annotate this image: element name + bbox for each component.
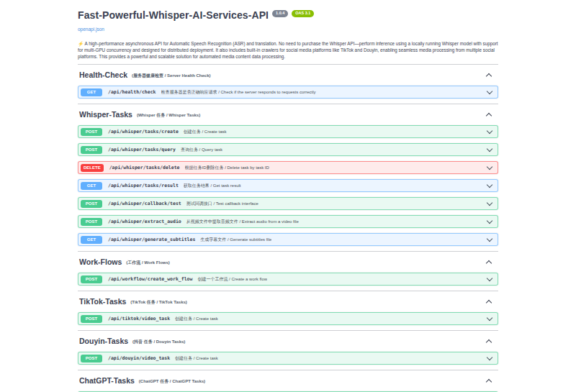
openapi-spec-link[interactable]: openapi.json: [78, 27, 104, 32]
endpoint-row-tiktok-tasks-0[interactable]: POST/api/tiktok/video_task创建任务 / Create …: [78, 312, 498, 325]
api-sections: Health-Check(服务器健康检查 / Server Health Che…: [78, 64, 498, 392]
endpoint-row-whisper-tasks-6[interactable]: GET/api/whisper/generate_subtitles生成字幕文件…: [78, 233, 498, 246]
lightning-icon: ⚡: [78, 41, 84, 46]
collapse-chevron-icon[interactable]: [486, 339, 492, 345]
endpoint-description: 根据任务ID删除任务 / Delete task by task ID: [185, 165, 269, 171]
section-title: TikTok-Tasks: [79, 297, 126, 306]
endpoint-description: 获取任务结果 / Get task result: [184, 183, 241, 189]
swagger-ui-page: Fast-Powerful-Whisper-AI-Services-API 1.…: [78, 0, 498, 392]
method-badge: GET: [81, 182, 102, 190]
method-badge: POST: [81, 128, 102, 136]
endpoint-path: /api/tiktok/video_task: [108, 316, 170, 322]
expand-chevron-icon[interactable]: [487, 275, 492, 281]
api-title-row: Fast-Powerful-Whisper-AI-Services-API 1.…: [78, 9, 498, 21]
endpoint-row-whisper-tasks-3[interactable]: GET/api/whisper/tasks/result获取任务结果 / Get…: [78, 179, 498, 192]
method-badge: GET: [81, 236, 102, 244]
section-header-chatgpt-tasks[interactable]: ChatGPT-Tasks(ChatGPT 任务 / ChatGPT Tasks…: [78, 374, 498, 387]
method-badge: POST: [81, 355, 102, 363]
section-header-douyin-tasks[interactable]: Douyin-Tasks(抖音 任务 / Douyin Tasks): [78, 334, 498, 347]
section-header-work-flows[interactable]: Work-Flows(工作流 / Work Flows): [78, 255, 498, 268]
collapse-chevron-icon[interactable]: [486, 299, 492, 305]
api-section-whisper-tasks: Whisper-Tasks(Whisper 任务 / Whisper Tasks…: [78, 104, 498, 246]
endpoint-path: /api/workflow/create_work_flow: [108, 276, 192, 282]
api-description-text: A high-performance asynchronous API for …: [78, 41, 498, 59]
endpoint-description: 创建一个工作流 / Create a work flow: [197, 276, 267, 283]
page-title: Fast-Powerful-Whisper-AI-Services-API: [78, 9, 269, 21]
section-subtitle: (Whisper 任务 / Whisper Tasks): [137, 112, 200, 119]
section-subtitle: (工作流 / Work Flows): [126, 260, 170, 266]
endpoint-path: /api/douyin/video_task: [108, 355, 170, 361]
collapse-chevron-icon[interactable]: [486, 378, 492, 384]
endpoint-description: 查询任务 / Query task: [181, 147, 222, 153]
endpoint-row-whisper-tasks-5[interactable]: POST/api/whisper/extract_audio从视频文件中提取音频…: [78, 215, 498, 228]
method-badge: POST: [81, 146, 102, 154]
endpoint-path: /api/whisper/tasks/query: [108, 147, 176, 152]
oas-badge: OAS 3.1: [292, 10, 314, 17]
api-section-chatgpt-tasks: ChatGPT-Tasks(ChatGPT 任务 / ChatGPT Tasks…: [78, 370, 498, 392]
expand-chevron-icon[interactable]: [487, 88, 492, 94]
endpoint-path: /api/whisper/callback/test: [108, 201, 181, 206]
section-title: ChatGPT-Tasks: [79, 376, 135, 385]
endpoint-description: 测试回调接口 / Test callback interface: [186, 201, 258, 207]
endpoint-row-whisper-tasks-0[interactable]: POST/api/whisper/tasks/create创建任务 / Crea…: [78, 125, 498, 138]
api-info-block: Fast-Powerful-Whisper-AI-Services-API 1.…: [78, 9, 498, 60]
api-section-tiktok-tasks: TikTok-Tasks(TikTok 任务 / TikTok Tasks)PO…: [78, 291, 498, 325]
section-subtitle: (TikTok 任务 / TikTok Tasks): [130, 299, 186, 306]
endpoint-row-whisper-tasks-1[interactable]: POST/api/whisper/tasks/query查询任务 / Query…: [78, 143, 498, 156]
api-section-health-check: Health-Check(服务器健康检查 / Server Health Che…: [78, 64, 498, 99]
endpoint-row-whisper-tasks-4[interactable]: POST/api/whisper/callback/test测试回调接口 / T…: [78, 197, 498, 210]
section-title: Douyin-Tasks: [79, 337, 128, 345]
endpoint-row-douyin-tasks-0[interactable]: POST/api/douyin/video_task创建任务 / Create …: [78, 352, 498, 365]
collapse-chevron-icon[interactable]: [486, 260, 492, 265]
method-badge: DELETE: [81, 164, 104, 172]
section-title: Work-Flows: [79, 257, 122, 266]
section-header-tiktok-tasks[interactable]: TikTok-Tasks(TikTok 任务 / TikTok Tasks): [78, 295, 498, 308]
section-subtitle: (服务器健康检查 / Server Health Check): [132, 73, 210, 79]
section-subtitle: (抖音 任务 / Douyin Tasks): [132, 339, 185, 345]
endpoint-description: 检查服务器是否正确响应请求 / Check if the server resp…: [161, 89, 316, 96]
endpoint-description: 从视频文件中提取音频文件 / Extract audio from a vide…: [186, 219, 299, 225]
endpoint-row-health-check-0[interactable]: GET/api/health/check检查服务器是否正确响应请求 / Chec…: [78, 86, 498, 99]
method-badge: GET: [81, 88, 102, 96]
endpoint-description: 生成字幕文件 / Generate subtitles file: [200, 237, 271, 243]
expand-chevron-icon[interactable]: [487, 355, 492, 360]
endpoint-description: 创建任务 / Create task: [175, 355, 218, 362]
expand-chevron-icon[interactable]: [487, 128, 492, 134]
endpoint-path: /api/whisper/extract_audio: [108, 219, 181, 224]
expand-chevron-icon[interactable]: [487, 218, 492, 224]
api-section-work-flows: Work-Flows(工作流 / Work Flows)POST/api/wor…: [78, 251, 498, 286]
endpoint-path: /api/whisper/tasks/delete: [109, 165, 180, 170]
api-description: ⚡ A high-performance asynchronous API fo…: [78, 40, 498, 60]
section-subtitle: (ChatGPT 任务 / ChatGPT Tasks): [139, 378, 205, 385]
method-badge: POST: [81, 315, 102, 323]
expand-chevron-icon[interactable]: [487, 164, 492, 170]
endpoint-row-whisper-tasks-2[interactable]: DELETE/api/whisper/tasks/delete根据任务ID删除任…: [78, 161, 498, 174]
expand-chevron-icon[interactable]: [487, 236, 492, 242]
section-header-whisper-tasks[interactable]: Whisper-Tasks(Whisper 任务 / Whisper Tasks…: [78, 108, 498, 121]
method-badge: POST: [81, 200, 102, 208]
expand-chevron-icon[interactable]: [487, 200, 492, 206]
endpoint-path: /api/whisper/generate_subtitles: [108, 237, 195, 242]
method-badge: POST: [81, 275, 102, 283]
endpoint-description: 创建任务 / Create task: [175, 316, 218, 322]
endpoint-path: /api/health/check: [108, 89, 156, 95]
expand-chevron-icon[interactable]: [487, 182, 492, 188]
collapse-chevron-icon[interactable]: [486, 73, 492, 78]
collapse-chevron-icon[interactable]: [486, 112, 492, 118]
endpoint-row-work-flows-0[interactable]: POST/api/workflow/create_work_flow创建一个工作…: [78, 273, 498, 286]
endpoint-path: /api/whisper/tasks/result: [108, 183, 179, 188]
version-badge: 1.0.4: [272, 10, 288, 17]
endpoint-path: /api/whisper/tasks/create: [108, 129, 179, 135]
section-title: Health-Check: [79, 70, 127, 79]
section-header-health-check[interactable]: Health-Check(服务器健康检查 / Server Health Che…: [78, 68, 498, 81]
expand-chevron-icon[interactable]: [487, 315, 492, 321]
section-title: Whisper-Tasks: [79, 110, 132, 119]
api-section-douyin-tasks: Douyin-Tasks(抖音 任务 / Douyin Tasks)POST/a…: [78, 330, 498, 365]
expand-chevron-icon[interactable]: [487, 146, 492, 152]
method-badge: POST: [81, 218, 102, 226]
endpoint-description: 创建任务 / Create task: [184, 129, 227, 135]
